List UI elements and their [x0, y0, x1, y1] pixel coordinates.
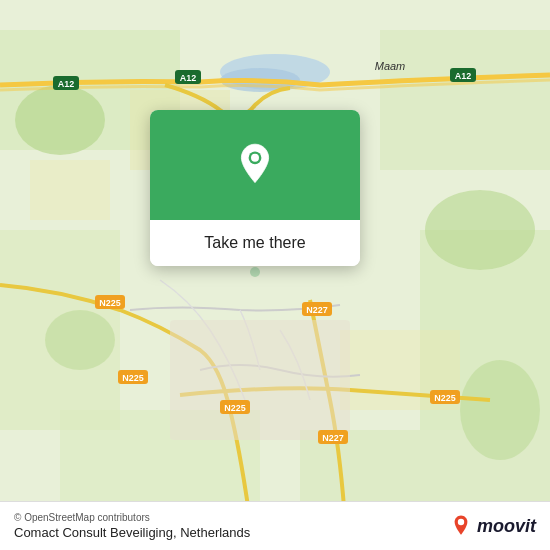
- svg-text:N225: N225: [122, 373, 144, 383]
- svg-rect-8: [30, 160, 110, 220]
- svg-text:N227: N227: [322, 433, 344, 443]
- svg-point-39: [458, 519, 464, 525]
- map-container: A12 A12 A12 Maam N225 N225 N225 N225 N22…: [0, 0, 550, 550]
- attribution-text: © OpenStreetMap contributors: [14, 512, 250, 523]
- moovit-brand-name: moovit: [477, 516, 536, 537]
- svg-point-10: [15, 85, 105, 155]
- popup-card: Take me there: [150, 110, 360, 266]
- svg-text:A12: A12: [58, 79, 75, 89]
- svg-text:Maam: Maam: [375, 60, 406, 72]
- svg-text:N227: N227: [306, 305, 328, 315]
- bottom-info: © OpenStreetMap contributors Comact Cons…: [14, 512, 250, 540]
- svg-text:N225: N225: [99, 298, 121, 308]
- svg-rect-16: [170, 320, 350, 440]
- take-me-there-button[interactable]: Take me there: [150, 220, 360, 266]
- svg-point-38: [251, 154, 259, 162]
- moovit-logo: moovit: [449, 514, 536, 538]
- svg-point-11: [425, 190, 535, 270]
- svg-rect-2: [380, 30, 550, 170]
- location-name: Comact Consult Beveiliging, Netherlands: [14, 525, 250, 540]
- svg-point-13: [45, 310, 115, 370]
- svg-text:N225: N225: [434, 393, 456, 403]
- svg-point-12: [460, 360, 540, 460]
- moovit-pin-icon: [449, 514, 473, 538]
- popup-header: [150, 110, 360, 220]
- map-background: A12 A12 A12 Maam N225 N225 N225 N225 N22…: [0, 0, 550, 550]
- svg-text:N225: N225: [224, 403, 246, 413]
- bottom-bar: © OpenStreetMap contributors Comact Cons…: [0, 501, 550, 550]
- svg-text:A12: A12: [180, 73, 197, 83]
- svg-point-36: [250, 267, 260, 277]
- location-pin-icon: [231, 141, 279, 189]
- svg-text:A12: A12: [455, 71, 472, 81]
